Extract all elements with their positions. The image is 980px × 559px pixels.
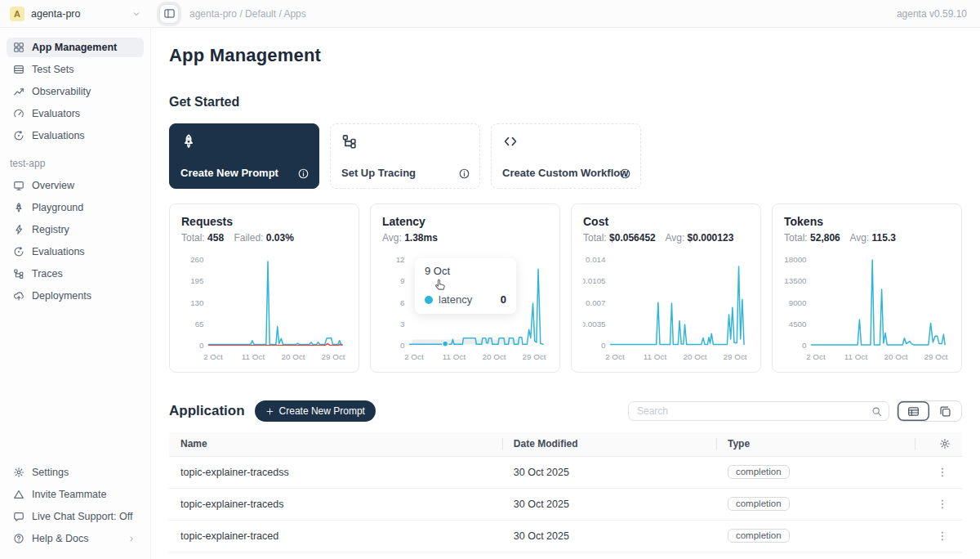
help-icon — [13, 533, 24, 544]
sidebar-item-overview[interactable]: Overview — [7, 176, 144, 195]
page-title: App Management — [169, 45, 962, 66]
search-icon[interactable] — [871, 406, 882, 417]
stat-label: Avg: — [382, 232, 402, 244]
table-view-button[interactable] — [898, 401, 929, 421]
chart-svg: 00.00350.0070.01050.0142 Oct11 Oct20 Oct… — [583, 250, 747, 371]
sidebar-item-label: Settings — [32, 467, 69, 478]
sidebar-item-help-docs[interactable]: Help & Docs — [7, 529, 144, 548]
sidebar-item-registry[interactable]: Registry — [7, 220, 144, 239]
column-header-name[interactable]: Name — [169, 432, 502, 456]
create-new-prompt-card[interactable]: Create New Prompt — [169, 123, 319, 189]
info-icon[interactable] — [619, 168, 631, 180]
sidebar-item-evaluators[interactable]: Evaluators — [7, 104, 144, 123]
svg-text:0.014: 0.014 — [586, 255, 606, 264]
gear-icon — [13, 467, 24, 478]
type-badge: completion — [728, 529, 790, 543]
search-input[interactable] — [629, 405, 889, 417]
app-date: 27 Oct 2025 — [502, 552, 716, 559]
sidebar-item-test-sets[interactable]: Test Sets — [7, 60, 144, 79]
app-name[interactable]: topic-explainer-tracedss — [169, 456, 502, 488]
sidebar-item-label: Test Sets — [32, 64, 74, 75]
row-menu-button[interactable] — [934, 464, 951, 481]
stat-value: $0.000123 — [688, 232, 734, 244]
sidebar-item-label: App Management — [32, 42, 117, 53]
plus-icon — [265, 407, 274, 416]
sidebar-item-observability[interactable]: Observability — [7, 82, 144, 101]
chart-title: Cost — [583, 215, 749, 228]
create-new-prompt-button[interactable]: Create New Prompt — [255, 400, 376, 422]
evaluations-icon — [13, 246, 24, 257]
sidebar-item-invite-teammate[interactable]: Invite Teammate — [7, 485, 144, 504]
svg-text:9: 9 — [400, 276, 405, 285]
app-version: agenta v0.59.10 — [897, 8, 967, 20]
set-up-tracing-card[interactable]: Set Up Tracing — [330, 123, 480, 189]
workspace-selector[interactable]: A agenta-pro — [0, 7, 151, 21]
sidebar-toggle-button[interactable] — [159, 4, 179, 24]
lightning-icon — [13, 224, 24, 235]
table-row[interactable]: topic-explainer-tracedss 30 Oct 2025 com… — [169, 456, 962, 488]
sidebar-item-app-management[interactable]: App Management — [7, 38, 144, 57]
stat-label: Total: — [181, 232, 205, 244]
sidebar-item-playground[interactable]: Playground — [7, 198, 144, 217]
info-icon[interactable] — [458, 168, 470, 180]
svg-text:0.0105: 0.0105 — [583, 276, 606, 285]
create-custom-workflow-card[interactable]: Create Custom Workflow — [491, 123, 641, 189]
cost-chart[interactable]: 00.00350.0070.01050.0142 Oct11 Oct20 Oct… — [583, 250, 749, 371]
table-row[interactable]: topic-explainer-traced 30 Oct 2025 compl… — [169, 520, 962, 552]
column-header-type[interactable]: Type — [716, 432, 915, 456]
sidebar-item-label: Help & Docs — [32, 533, 88, 544]
svg-text:9000: 9000 — [789, 298, 807, 307]
tokens-chart-card: Tokens Total: 52,806 Avg: 115.3 04500900… — [772, 203, 962, 373]
app-name[interactable]: career-assessment — [169, 552, 502, 559]
sidebar-item-deployments[interactable]: Deployments — [7, 286, 144, 306]
info-icon[interactable] — [297, 168, 310, 180]
requests-chart[interactable]: 0651301952602 Oct11 Oct20 Oct29 Oct — [181, 250, 347, 371]
type-badge: completion — [728, 497, 790, 511]
chart-stats: Total: 458 Failed: 0.03% — [181, 232, 347, 244]
sidebar-item-live-chat-support[interactable]: Live Chat Support: Off — [7, 507, 144, 526]
chart-stats: Total: $0.056452 Avg: $0.000123 — [583, 232, 749, 244]
stat-value: 458 — [207, 232, 224, 244]
search-box — [628, 401, 889, 421]
svg-text:20 Oct: 20 Oct — [684, 352, 707, 361]
app-name[interactable]: topic-explainer-traced — [169, 520, 502, 552]
svg-text:195: 195 — [190, 276, 204, 285]
tooltip-date: 9 Oct — [425, 265, 506, 277]
latency-chart-card: Latency Avg: 1.38ms 0369122 Oct11 Oct20 … — [370, 203, 560, 373]
chart-title: Latency — [382, 215, 548, 228]
svg-text:29 Oct: 29 Oct — [724, 352, 747, 361]
metrics-charts: Requests Total: 458 Failed: 0.03% 065130… — [169, 203, 962, 373]
traces-icon — [341, 133, 358, 150]
svg-text:130: 130 — [190, 298, 204, 307]
svg-text:29 Oct: 29 Oct — [523, 352, 546, 361]
card-view-button[interactable] — [929, 401, 961, 421]
hand-cursor-icon — [433, 278, 448, 293]
workspace-avatar: A — [10, 7, 24, 21]
breadcrumb[interactable]: agenta-pro / Default / Apps — [189, 8, 306, 20]
type-badge: completion — [728, 465, 790, 479]
sidebar-item-traces[interactable]: Traces — [7, 264, 144, 284]
column-header-settings — [915, 432, 962, 456]
stat-label: Total: — [784, 232, 808, 244]
app-name[interactable]: topic-explainer-traceds — [169, 488, 502, 520]
svg-text:20 Oct: 20 Oct — [483, 352, 506, 361]
table-tools — [628, 400, 962, 422]
sidebar-item-app-evaluations[interactable]: Evaluations — [7, 242, 144, 262]
row-menu-button[interactable] — [934, 496, 951, 512]
sidebar-item-label: Playground — [32, 202, 83, 213]
stat-value: 115.3 — [872, 232, 896, 244]
sidebar-item-evaluations[interactable]: Evaluations — [7, 126, 144, 145]
table-settings-button[interactable] — [926, 438, 951, 449]
tokens-chart[interactable]: 04500900013500180002 Oct11 Oct20 Oct29 O… — [784, 250, 950, 371]
top-bar: A agenta-pro agenta-pro / Default / Apps… — [0, 0, 980, 28]
table-row[interactable]: career-assessment 27 Oct 2025 completion — [169, 552, 962, 559]
sidebar-item-settings[interactable]: Settings — [7, 463, 144, 482]
stat-value: $0.056452 — [609, 232, 656, 244]
stat-label: Failed: — [234, 232, 263, 244]
column-header-date-modified[interactable]: Date Modified — [502, 432, 716, 456]
grid-icon — [13, 42, 24, 53]
svg-text:20 Oct: 20 Oct — [282, 352, 305, 361]
row-menu-button[interactable] — [934, 528, 951, 544]
svg-text:20 Oct: 20 Oct — [884, 352, 908, 361]
table-row[interactable]: topic-explainer-traceds 30 Oct 2025 comp… — [169, 488, 962, 520]
